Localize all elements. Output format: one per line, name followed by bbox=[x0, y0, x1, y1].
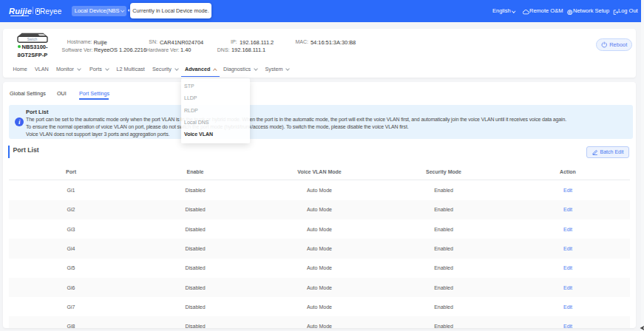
svg-text:Switch: Switch bbox=[27, 38, 38, 41]
